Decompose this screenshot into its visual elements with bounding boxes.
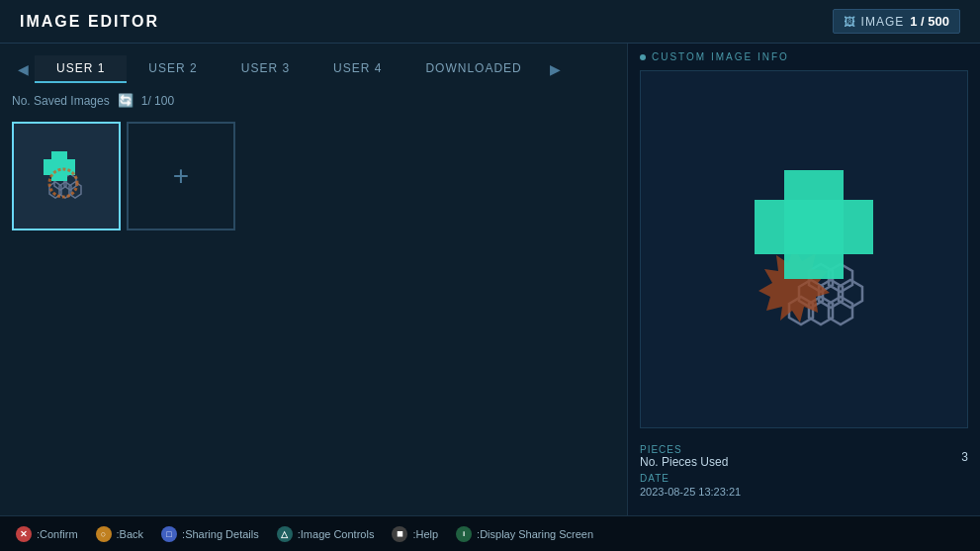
date-value: 2023-08-25 13:23:21: [640, 486, 741, 498]
tabs-row: ◀ USER 1 USER 2 USER 3 USER 4 DOWNLOADED…: [12, 55, 615, 83]
control-display-sharing: i :Display Sharing Screen: [456, 526, 593, 542]
image-label: IMAGE: [861, 15, 905, 29]
saved-images-label: No. Saved Images: [12, 94, 110, 108]
preview-area: [640, 70, 968, 428]
touch-button-icon: ◼: [392, 526, 407, 542]
preview-svg: [675, 111, 933, 388]
main-layout: ◀ USER 1 USER 2 USER 3 USER 4 DOWNLOADED…: [0, 44, 980, 515]
image-icon: 🖼: [844, 15, 855, 29]
add-image-button[interactable]: +: [127, 122, 235, 230]
control-help-label: :Help: [412, 528, 438, 540]
svg-rect-18: [755, 200, 873, 254]
pieces-value: 3: [961, 450, 968, 464]
pieces-sub: No. Pieces Used: [640, 455, 728, 469]
right-panel: CUSTOM IMAGE INFO: [628, 44, 980, 515]
control-image-controls: △ :Image Controls: [277, 526, 375, 542]
pieces-row: PIECES No. Pieces Used 3: [640, 444, 968, 469]
saved-images-info: No. Saved Images 🔄 1/ 100: [12, 93, 615, 108]
bottom-bar: ✕ :Confirm ○ :Back □ :Sharing Details △ …: [0, 515, 980, 551]
top-right-area: 🖼 IMAGE 1 / 500: [833, 9, 960, 34]
custom-image-info-title: CUSTOM IMAGE INFO: [640, 51, 968, 62]
control-sharing-details-label: :Sharing Details: [182, 528, 259, 540]
control-help: ◼ :Help: [392, 526, 438, 542]
left-panel: ◀ USER 1 USER 2 USER 3 USER 4 DOWNLOADED…: [0, 44, 628, 515]
circle-button-icon: ○: [96, 526, 112, 542]
control-confirm: ✕ :Confirm: [16, 526, 78, 542]
add-icon: +: [173, 160, 189, 192]
control-confirm-label: :Confirm: [37, 528, 78, 540]
control-back: ○ :Back: [96, 526, 144, 542]
date-label: DATE: [640, 473, 741, 484]
image-grid: +: [12, 118, 615, 234]
screen-button-icon: i: [456, 526, 472, 542]
control-image-controls-label: :Image Controls: [298, 528, 375, 540]
control-back-label: :Back: [117, 528, 144, 540]
image-count: 1 / 500: [910, 14, 949, 29]
image-thumbnail-1[interactable]: [12, 122, 121, 230]
tab-left-arrow[interactable]: ◀: [12, 61, 35, 77]
info-section: PIECES No. Pieces Used 3 DATE 2023-08-25…: [640, 438, 968, 507]
x-button-icon: ✕: [16, 526, 32, 542]
options-button-icon: △: [277, 526, 293, 542]
tab-right-arrow[interactable]: ▶: [544, 61, 567, 77]
app-title: IMAGE EDITOR: [20, 13, 159, 31]
tab-downloaded[interactable]: DOWNLOADED: [403, 55, 543, 83]
tab-user3[interactable]: USER 3: [220, 55, 312, 83]
saved-images-count: 1/ 100: [141, 94, 174, 108]
control-sharing-details: □ :Sharing Details: [161, 526, 259, 542]
top-bar: IMAGE EDITOR 🖼 IMAGE 1 / 500: [0, 0, 980, 44]
date-row: DATE 2023-08-25 13:23:21: [640, 473, 968, 498]
tab-user4[interactable]: USER 4: [312, 55, 403, 83]
pieces-label: PIECES: [640, 444, 728, 455]
saved-images-icon: 🔄: [118, 93, 134, 108]
tab-user1[interactable]: USER 1: [35, 55, 127, 83]
control-display-sharing-label: :Display Sharing Screen: [477, 528, 593, 540]
svg-rect-6: [44, 159, 75, 175]
image-badge: 🖼 IMAGE 1 / 500: [833, 9, 960, 34]
tab-user2[interactable]: USER 2: [127, 55, 219, 83]
share-button-icon: □: [161, 526, 177, 542]
